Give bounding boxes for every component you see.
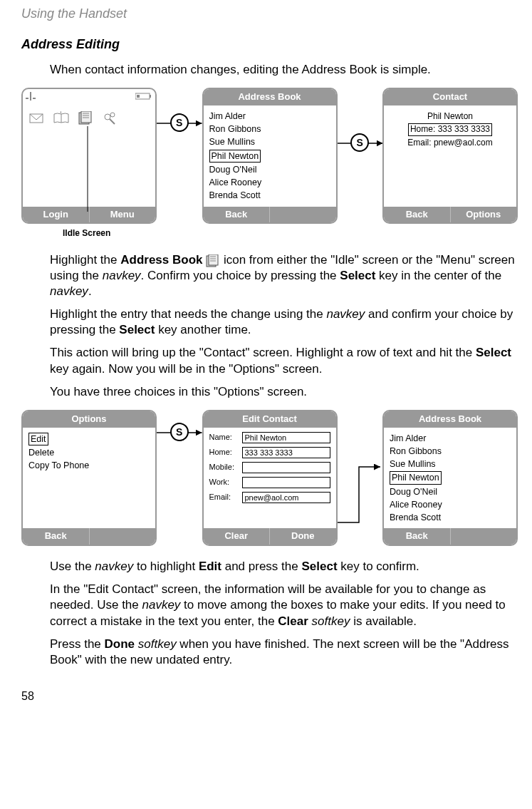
field-label: Email:	[209, 492, 238, 502]
intro-paragraph: When contact information changes, editin…	[50, 62, 518, 78]
contact-home-row[interactable]: Home: 333 333 3333	[408, 123, 492, 136]
list-item[interactable]: Brenda Scott	[390, 511, 511, 524]
svg-rect-6	[137, 95, 140, 98]
softkey-clear[interactable]: Clear	[204, 528, 270, 545]
softkey-back[interactable]: Back	[23, 528, 89, 545]
list-item[interactable]: Doug O'Neil	[390, 485, 511, 498]
softkey-blank	[269, 207, 336, 223]
home-field[interactable]: 333 333 3333	[242, 447, 330, 458]
messages-icon	[28, 110, 46, 126]
address-book-inline-icon	[206, 254, 220, 267]
options-screen: Options EditDeleteCopy To Phone Back	[21, 410, 157, 547]
list-item[interactable]: Brenda Scott	[209, 189, 330, 202]
field-label: Name:	[209, 432, 238, 442]
address-book-screen-2: Address Book Jim AlderRon GibbonsSue Mul…	[382, 410, 518, 547]
section-heading: Address Editing	[21, 36, 518, 53]
list-item[interactable]: Sue Mullins	[390, 458, 511, 470]
list-item[interactable]: Ron Gibbons	[209, 123, 330, 135]
list-item[interactable]: Delete	[28, 446, 150, 459]
screen-title: Edit Contact	[204, 411, 336, 428]
screens-row-2: Options EditDeleteCopy To Phone Back S E…	[21, 410, 518, 547]
svg-point-13	[105, 114, 110, 120]
svg-rect-2	[33, 98, 36, 99]
paragraph: You have three choices in this "Options"…	[50, 384, 518, 400]
list-item[interactable]: Alice Rooney	[209, 176, 330, 189]
svg-point-3	[30, 93, 31, 95]
chapter-heading: Using the Handset	[21, 6, 518, 22]
paragraph: Use the navkey to highlight Edit and pre…	[50, 559, 518, 574]
softkey-blank	[89, 528, 156, 545]
work-field[interactable]	[242, 477, 330, 488]
list-item[interactable]: Jim Alder	[390, 432, 511, 445]
softkey-back[interactable]: Back	[204, 207, 270, 223]
field-label: Mobile:	[209, 462, 238, 472]
mobile-field[interactable]	[242, 462, 330, 473]
svg-rect-0	[30, 92, 31, 101]
svg-rect-5	[150, 95, 151, 98]
email-field[interactable]: pnew@aol.com	[242, 492, 330, 503]
select-key-icon: S	[170, 423, 189, 441]
select-key-icon: S	[350, 133, 369, 152]
page-number: 58	[21, 689, 518, 704]
paragraph: Highlight the entry that needs the chang…	[50, 306, 518, 338]
phonebook-icon	[53, 110, 70, 126]
screen-title: Address Book	[384, 411, 516, 428]
idle-screen-label: IIdle Screen	[63, 228, 518, 239]
paragraph: In the "Edit Contact" screen, the inform…	[50, 582, 518, 629]
softkey-done[interactable]: Done	[269, 528, 336, 545]
softkey-back[interactable]: Back	[384, 207, 450, 223]
softkey-blank	[450, 528, 517, 545]
edit-contact-screen: Edit Contact Name:Phil Newton Home:333 3…	[202, 410, 338, 547]
svg-rect-19	[209, 254, 218, 265]
svg-rect-9	[81, 111, 91, 123]
softkey-back[interactable]: Back	[384, 528, 450, 545]
list-item[interactable]: Alice Rooney	[390, 498, 511, 511]
list-item[interactable]: Phil Newton	[209, 149, 330, 163]
name-field[interactable]: Phil Newton	[242, 432, 330, 443]
paragraph: This action will bring up the "Contact" …	[50, 345, 518, 376]
list-item[interactable]: Doug O'Neil	[209, 163, 330, 176]
softkey-login[interactable]: Login	[23, 207, 89, 223]
svg-rect-1	[26, 98, 28, 99]
list-item[interactable]: Jim Alder	[209, 110, 330, 123]
tools-icon	[101, 110, 118, 126]
screen-title: Address Book	[204, 89, 336, 105]
contact-name: Phil Newton	[390, 111, 511, 123]
paragraph: Highlight the Address Book icon from eit…	[50, 252, 518, 299]
list-item[interactable]: Sue Mullins	[209, 135, 330, 148]
list-item[interactable]: Ron Gibbons	[390, 445, 511, 458]
screen-title: Contact	[384, 89, 516, 105]
softkey-menu[interactable]: Menu	[89, 207, 156, 223]
field-label: Home:	[209, 447, 238, 457]
list-item[interactable]: Phil Newton	[390, 470, 511, 485]
paragraph: Press the Done softkey when you have fin…	[50, 637, 518, 668]
list-item[interactable]: Copy To Phone	[28, 459, 150, 472]
screen-title: Options	[23, 411, 155, 428]
contact-email-row: Email: pnew@aol.com	[390, 138, 511, 149]
address-book-icon	[77, 110, 94, 126]
address-book-screen: Address Book Jim AlderRon GibbonsSue Mul…	[202, 88, 338, 225]
list-item[interactable]: Edit	[28, 432, 150, 446]
svg-point-14	[110, 113, 115, 117]
select-key-icon: S	[170, 113, 189, 132]
status-bar	[26, 92, 152, 101]
field-label: Work:	[209, 477, 238, 487]
idle-screen: Login Menu	[21, 88, 157, 225]
contact-screen: Contact Phil Newton Home: 333 333 3333 E…	[382, 88, 518, 225]
softkey-options[interactable]: Options	[450, 207, 517, 223]
screens-row-1: Login Menu S Address Book Jim AlderRon G…	[21, 88, 518, 225]
